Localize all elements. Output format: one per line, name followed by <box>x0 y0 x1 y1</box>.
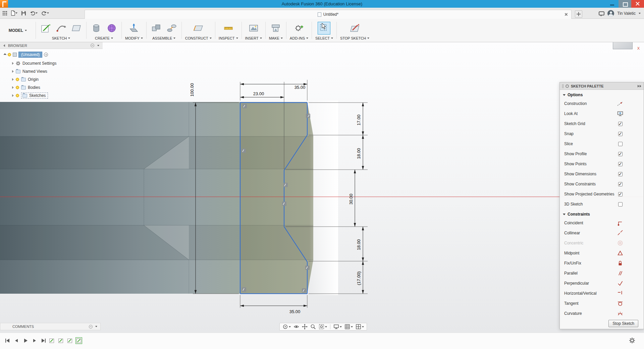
solid-body[interactable] <box>0 101 338 295</box>
sketch-face-highlight[interactable] <box>240 103 313 294</box>
option-show-constraints[interactable]: Show Constraints <box>560 179 644 189</box>
close-button[interactable] <box>631 0 644 8</box>
option-snap[interactable]: Snap <box>560 129 644 139</box>
workspace-switcher[interactable]: MODEL <box>0 19 36 42</box>
construct-menu[interactable]: CONSTRUCT <box>185 36 212 40</box>
app-grid-icon[interactable] <box>2 9 8 17</box>
checkbox[interactable] <box>618 132 623 136</box>
create-form-icon[interactable] <box>90 22 103 35</box>
checkbox[interactable] <box>618 172 623 176</box>
document-name[interactable]: (Unsaved) <box>18 52 42 58</box>
constraint-midpoint[interactable]: Midpoint <box>560 248 644 258</box>
visibility-bulb-icon[interactable] <box>16 78 19 81</box>
checkbox[interactable] <box>618 152 623 156</box>
step-back-button[interactable] <box>13 337 20 344</box>
modify-menu[interactable]: MODIFY <box>125 36 143 40</box>
project-geometry-icon[interactable] <box>55 22 67 35</box>
checkbox[interactable] <box>618 202 623 207</box>
expand-arrow-icon[interactable] <box>12 78 14 81</box>
add-ins-menu[interactable]: ADD-INS <box>290 36 308 40</box>
browser-options-icon[interactable] <box>91 44 94 47</box>
display-settings-caret-icon[interactable] <box>340 326 342 328</box>
file-menu-caret-icon[interactable] <box>15 12 17 14</box>
constraint-curvature[interactable]: Curvature <box>560 308 644 318</box>
assemble-menu[interactable]: ASSEMBLE <box>152 36 175 40</box>
browser-item-bodies[interactable]: Bodies <box>0 83 103 92</box>
comments-bar[interactable]: COMMENTS <box>0 323 101 330</box>
zoom-button[interactable] <box>310 324 317 330</box>
browser-header[interactable]: BROWSER <box>0 42 103 49</box>
fit-button[interactable] <box>318 324 328 330</box>
constraint-coincident[interactable]: Coincident <box>560 218 644 228</box>
step-forward-button[interactable] <box>31 337 38 344</box>
option-3d-sketch[interactable]: 3D Sketch <box>560 199 644 209</box>
display-settings-button[interactable] <box>333 324 342 330</box>
option-look-at[interactable]: Look At <box>560 109 644 119</box>
redo-icon[interactable] <box>41 9 50 17</box>
timeline-sketch-feature-2[interactable] <box>57 337 64 344</box>
look-at-icon[interactable] <box>617 111 623 116</box>
drag-grip-icon[interactable] <box>562 84 564 88</box>
sketch-plane-icon[interactable] <box>70 22 83 35</box>
user-name[interactable]: Tin Valetic <box>617 11 636 16</box>
create-primitive-icon[interactable] <box>105 22 118 35</box>
option-construction[interactable]: Construction <box>560 99 644 109</box>
expand-arrow-icon[interactable] <box>3 53 6 56</box>
save-icon[interactable] <box>20 9 27 17</box>
select-cursor-icon[interactable] <box>318 22 330 35</box>
option-show-points[interactable]: Show Points <box>560 159 644 169</box>
options-section-header[interactable]: Options <box>560 90 644 99</box>
constraints-section-header[interactable]: Constraints <box>560 209 644 218</box>
sketch-menu[interactable]: SKETCH <box>52 36 70 40</box>
expand-arrow-icon[interactable] <box>12 94 14 97</box>
grid-display-button[interactable] <box>344 324 354 330</box>
constraint-collinear[interactable]: Collinear <box>560 228 644 238</box>
section-expand-icon[interactable] <box>563 214 566 215</box>
orbit-button[interactable] <box>282 324 291 330</box>
create-sketch-icon[interactable] <box>39 22 52 35</box>
browser-caret-icon[interactable] <box>97 45 99 46</box>
pan-button[interactable] <box>301 324 308 330</box>
comments-caret-icon[interactable] <box>95 326 97 327</box>
viewports-button[interactable] <box>355 324 365 330</box>
visibility-bulb-icon[interactable] <box>16 86 19 89</box>
inspect-menu[interactable]: INSPECT <box>219 36 238 40</box>
visibility-bulb-icon[interactable] <box>8 53 11 56</box>
constraint-tangent[interactable]: Tangent <box>560 298 644 308</box>
grid-caret-icon[interactable] <box>351 326 353 328</box>
expand-arrow-icon[interactable] <box>12 62 14 65</box>
expand-arrow-icon[interactable] <box>12 86 14 89</box>
checkbox[interactable] <box>618 122 623 126</box>
fit-caret-icon[interactable] <box>325 326 327 328</box>
play-button[interactable] <box>22 337 29 344</box>
maximize-button[interactable] <box>619 0 631 8</box>
tab-close-icon[interactable] <box>564 12 568 16</box>
checkbox[interactable] <box>618 192 623 196</box>
settings-gear-icon[interactable] <box>629 337 635 345</box>
measure-icon[interactable] <box>222 22 235 35</box>
comments-bubble-icon[interactable] <box>599 11 604 15</box>
collapse-palette-icon[interactable] <box>637 85 641 88</box>
option-sketch-grid[interactable]: Sketch Grid <box>560 119 644 129</box>
stop-sketch-button[interactable]: Stop Sketch <box>608 320 638 327</box>
go-to-start-button[interactable] <box>4 337 11 344</box>
construction-line-icon[interactable] <box>617 101 624 106</box>
stop-sketch-icon[interactable] <box>348 22 361 35</box>
timeline-sketch-feature-3[interactable] <box>66 337 73 344</box>
new-component-icon[interactable] <box>150 22 163 35</box>
undo-caret-icon[interactable] <box>36 12 38 14</box>
redo-caret-icon[interactable] <box>47 12 49 14</box>
constraint-perpendicular[interactable]: Perpendicular <box>560 278 644 288</box>
comments-options-icon[interactable] <box>89 325 93 329</box>
visibility-bulb-icon[interactable] <box>16 94 19 97</box>
stop-sketch-menu[interactable]: STOP SKETCH <box>340 36 369 40</box>
checkbox[interactable] <box>618 182 623 186</box>
timeline-sketch-feature-1[interactable] <box>48 337 55 344</box>
scripts-addins-icon[interactable] <box>292 22 305 35</box>
construction-plane-icon[interactable] <box>192 22 205 35</box>
collapse-panel-icon[interactable] <box>3 44 5 47</box>
activate-radio-icon[interactable] <box>44 53 48 57</box>
press-pull-icon[interactable] <box>127 22 140 35</box>
new-tab-button[interactable] <box>575 10 582 18</box>
make-3d-print-icon[interactable] <box>269 22 282 35</box>
